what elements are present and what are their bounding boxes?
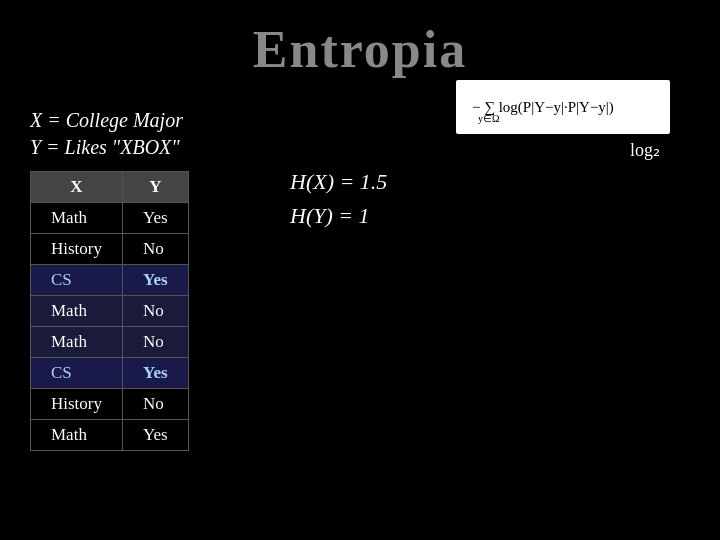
cell-x: Math [31,420,123,451]
cell-x: Math [31,327,123,358]
cell-y: Yes [123,420,189,451]
variable-labels: X = College Major Y = Likes "XBOX" [30,109,260,159]
col-header-y: Y [123,172,189,203]
table-row: CSYes [31,358,189,389]
cell-y: No [123,389,189,420]
cell-x: History [31,234,123,265]
cell-x: Math [31,296,123,327]
table-row: MathNo [31,327,189,358]
cell-x: Math [31,203,123,234]
cell-x: CS [31,358,123,389]
cell-y: No [123,296,189,327]
formula-box: − ∑ log(P|Y−y|·P|Y−y|) y∈Ω [456,80,670,134]
cell-y: No [123,327,189,358]
cell-y: Yes [123,265,189,296]
cell-x: History [31,389,123,420]
y-label: Y = Likes "XBOX" [30,136,260,159]
svg-text:y∈Ω: y∈Ω [478,113,499,124]
col-header-x: X [31,172,123,203]
table-row: HistoryNo [31,389,189,420]
cell-y: Yes [123,203,189,234]
cell-x: CS [31,265,123,296]
log2-label: log₂ [630,139,670,161]
table-row: MathNo [31,296,189,327]
table-row: CSYes [31,265,189,296]
hy-result: H(Y) = 1 [290,203,690,229]
table-row: HistoryNo [31,234,189,265]
hx-result: H(X) = 1.5 [290,169,690,195]
cell-y: No [123,234,189,265]
formula-area: − ∑ log(P|Y−y|·P|Y−y|) y∈Ω log₂ [456,80,670,161]
data-table: X Y MathYesHistoryNoCSYesMathNoMathNoCSY… [30,171,189,451]
x-label: X = College Major [30,109,260,132]
page-title: Entropia [0,0,720,79]
table-row: MathYes [31,203,189,234]
table-row: MathYes [31,420,189,451]
cell-y: Yes [123,358,189,389]
